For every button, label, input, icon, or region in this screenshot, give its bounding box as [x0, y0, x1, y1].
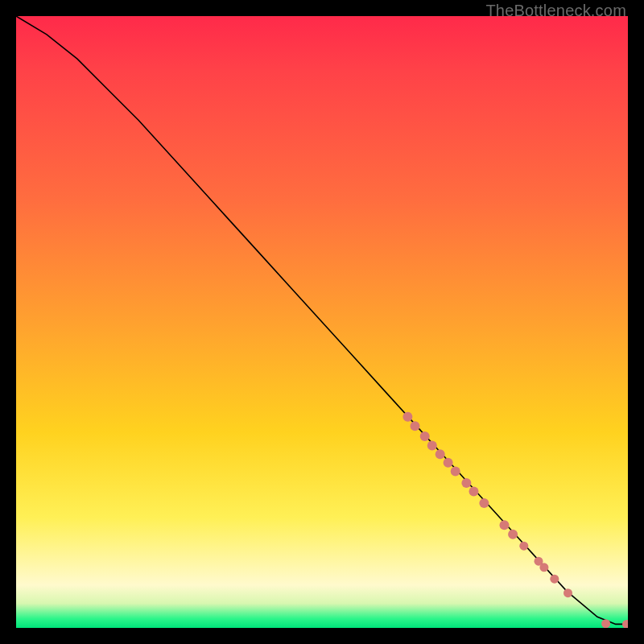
chart-frame: TheBottleneck.com [0, 0, 644, 644]
data-point [601, 619, 610, 628]
attribution-label: TheBottleneck.com [485, 2, 626, 20]
data-point [420, 431, 430, 441]
data-point [539, 563, 548, 572]
data-point [411, 421, 420, 431]
plot-area [16, 16, 628, 628]
data-point [451, 466, 460, 476]
data-point [564, 588, 572, 597]
data-point [519, 542, 528, 551]
data-point [402, 412, 412, 422]
data-point [550, 575, 559, 584]
data-point [469, 487, 479, 497]
chart-overlay [16, 16, 628, 628]
data-point [436, 449, 445, 459]
data-point [500, 520, 510, 530]
data-point [461, 478, 471, 488]
data-point [427, 441, 437, 451]
data-markers [402, 412, 628, 628]
data-point [508, 530, 518, 539]
data-point [444, 458, 453, 468]
performance-curve [16, 16, 628, 624]
data-point [479, 498, 489, 508]
data-point [622, 620, 628, 628]
